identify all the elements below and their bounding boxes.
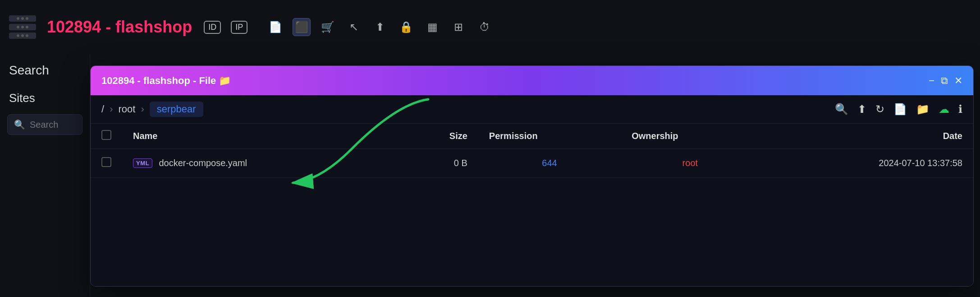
upload-action-icon[interactable]: ⬆	[857, 103, 866, 116]
file-manager-body: / › root › serpbear 🔍 ⬆ ↻ 📄 📁 ☁ ℹ	[91, 95, 973, 286]
id-badge[interactable]: ID	[204, 21, 221, 34]
breadcrumb-sep2: ›	[141, 103, 144, 115]
table-header-row: Name Size Permission Ownership Date	[91, 124, 973, 149]
database-icon[interactable]: ▦	[423, 18, 441, 36]
breadcrumb-sep1: ›	[110, 103, 113, 115]
refresh-action-icon[interactable]: ↻	[875, 103, 884, 116]
ip-badge[interactable]: IP	[231, 21, 247, 34]
row-permission-cell: 644	[478, 149, 621, 178]
yaml-type-badge: yml	[133, 158, 152, 168]
top-bar: 102894 - flashshop ID IP 📄 ⬛ 🛒 ↖ ⬆ 🔒 ▦ ⊞…	[0, 0, 980, 54]
close-button[interactable]: ✕	[954, 75, 962, 87]
sidebar-sites-heading: Sites	[7, 91, 82, 105]
new-folder-action-icon[interactable]: 📁	[916, 103, 930, 116]
breadcrumb-root[interactable]: root	[118, 103, 135, 115]
row-name-cell: yml docker-compose.yaml	[122, 149, 398, 178]
file-manager-window: 102894 - flashshop - File 📁 − ⧉ ✕ / › ro…	[90, 65, 974, 287]
sidebar-search-heading: Search	[7, 63, 82, 78]
cursor-icon[interactable]: ↖	[345, 18, 363, 36]
info-action-icon[interactable]: ℹ	[958, 103, 962, 116]
col-size: Size	[398, 124, 478, 149]
file-name[interactable]: docker-compose.yaml	[159, 158, 247, 168]
grid-icon[interactable]: ⊞	[449, 18, 467, 36]
app-title: 102894 - flashshop	[47, 18, 192, 37]
window-controls: − ⧉ ✕	[929, 75, 962, 87]
lock-icon[interactable]: 🔒	[397, 18, 415, 36]
upload-cloud-action-icon[interactable]: ☁	[939, 103, 949, 116]
header-checkbox[interactable]	[101, 130, 111, 140]
sidebar-search-icon: 🔍	[14, 119, 25, 130]
file-ownership: root	[682, 158, 698, 168]
table-row: yml docker-compose.yaml 0 B 644 root	[91, 149, 973, 178]
breadcrumb: / › root › serpbear 🔍 ⬆ ↻ 📄 📁 ☁ ℹ	[91, 95, 973, 124]
row-checkbox-cell[interactable]	[91, 149, 122, 178]
cart-icon[interactable]: 🛒	[319, 18, 337, 36]
file-manager-header: 102894 - flashshop - File 📁 − ⧉ ✕	[91, 66, 973, 95]
upload-icon[interactable]: ⬆	[371, 18, 389, 36]
col-ownership: Ownership	[621, 124, 759, 149]
file-table: Name Size Permission Ownership Date yml …	[91, 124, 973, 178]
col-permission: Permission	[478, 124, 621, 149]
col-name: Name	[122, 124, 398, 149]
clock-icon[interactable]: ⏱	[476, 18, 494, 36]
row-date-cell: 2024-07-10 13:37:58	[759, 149, 973, 178]
file-date: 2024-07-10 13:37:58	[879, 158, 962, 168]
sidebar-search-box[interactable]: 🔍	[7, 114, 82, 135]
file-manager-title: 102894 - flashshop - File 📁	[101, 75, 231, 87]
file-permission: 644	[542, 158, 557, 168]
row-ownership-cell: root	[621, 149, 759, 178]
new-file-action-icon[interactable]: 📄	[893, 103, 907, 116]
toolbar: 📄 ⬛ 🛒 ↖ ⬆ 🔒 ▦ ⊞ ⏱	[266, 18, 494, 36]
breadcrumb-active-dir[interactable]: serpbear	[150, 102, 203, 117]
breadcrumb-actions: 🔍 ⬆ ↻ 📄 📁 ☁ ℹ	[835, 103, 962, 116]
col-date: Date	[759, 124, 973, 149]
breadcrumb-root-slash[interactable]: /	[101, 103, 104, 115]
file-manager-icon[interactable]: 📄	[266, 18, 284, 36]
terminal-icon[interactable]: ⬛	[293, 18, 311, 36]
col-checkbox[interactable]	[91, 124, 122, 149]
sidebar-search-input[interactable]	[30, 120, 76, 130]
server-icon	[9, 15, 36, 39]
row-size-cell: 0 B	[398, 149, 478, 178]
maximize-button[interactable]: ⧉	[941, 75, 948, 87]
file-size: 0 B	[454, 158, 467, 168]
row-checkbox[interactable]	[101, 157, 111, 167]
search-action-icon[interactable]: 🔍	[835, 103, 848, 116]
sidebar: Search Sites 🔍	[0, 54, 90, 297]
minimize-button[interactable]: −	[929, 75, 934, 87]
